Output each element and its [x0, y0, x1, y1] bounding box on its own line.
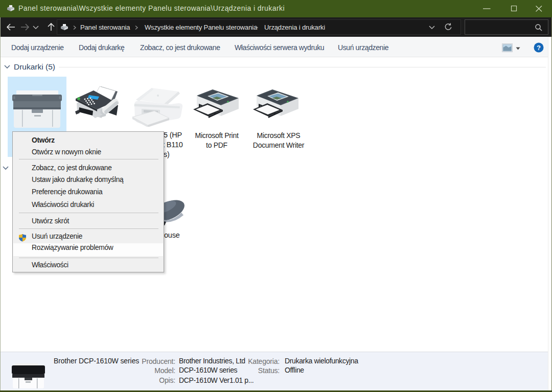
- svg-text:?: ?: [537, 44, 541, 52]
